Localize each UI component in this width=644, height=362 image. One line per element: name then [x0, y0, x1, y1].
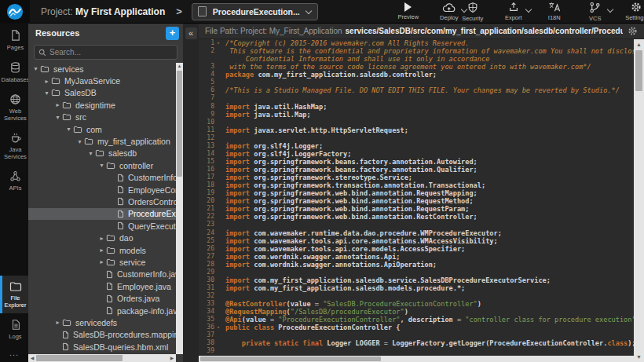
code-line[interactable]: 24import com.wavemaker.runtime.data.dao.… [199, 229, 634, 237]
sidebar-item-apis[interactable]: APIs [0, 165, 28, 196]
code-line[interactable]: 22import org.springframework.web.bind.an… [199, 213, 634, 221]
sidebar-item-java-services[interactable]: Java Services [0, 126, 28, 165]
code-line[interactable]: 11import javax.servlet.http.HttpServletR… [199, 126, 634, 134]
collapsed-arrow-icon[interactable]: ▸ [97, 247, 106, 254]
tree-item-models[interactable]: ▸models [28, 244, 183, 256]
code-line[interactable]: 34@RequestMapping("/SalesDB/procedureExe… [199, 308, 634, 316]
sidebar-item-file-explorer[interactable]: File Explorer [0, 276, 28, 313]
tree-item-salesdb-procedures-mappings-json[interactable]: SalesDB-procedures.mappings.json [28, 329, 183, 341]
deploy-button[interactable]: Deploy [437, 2, 461, 21]
tree-item-service[interactable]: ▸service [28, 256, 183, 268]
i18n-button[interactable]: I18N [543, 2, 566, 21]
code-line[interactable]: 26import com.wavemaker.tools.api.core.mo… [199, 245, 634, 253]
code-line[interactable]: 13import org.slf4j.Logger; [199, 142, 634, 150]
expanded-arrow-icon[interactable]: ▾ [97, 162, 106, 169]
scrollbar-thumb[interactable] [36, 355, 123, 361]
gear-icon[interactable] [628, 26, 638, 36]
sidebar-item-logs[interactable]: Logs [0, 313, 28, 345]
tree-item-controller[interactable]: ▾controller [28, 159, 183, 171]
scrollbar-thumb[interactable] [635, 50, 642, 91]
tree-item-designtime[interactable]: ▸designtime [28, 99, 183, 111]
collapse-panel-button[interactable]: « [185, 27, 197, 39]
fold-arrow-icon[interactable]: ▾ [214, 39, 222, 47]
code-line[interactable]: 12 [199, 134, 634, 142]
code-line[interactable]: 8import java.util.HashMap; [199, 103, 634, 111]
tree-item-src[interactable]: ▾src [28, 112, 183, 123]
tree-item-services[interactable]: ▾services [28, 63, 183, 75]
code-line[interactable]: 30import com.my_first_application.salesd… [199, 276, 634, 284]
scroll-up-icon[interactable]: ▲ [634, 42, 644, 47]
code-line[interactable]: 18import org.springframework.transaction… [199, 181, 634, 189]
sidebar-item-web-services[interactable]: Web Services [0, 88, 28, 126]
code-line[interactable]: 28import com.wordnik.swagger.annotations… [199, 261, 634, 269]
code-line[interactable]: 38 private static final Logger LOGGER = … [199, 339, 634, 347]
tree-item-customerinfocontroller-java[interactable]: CustomerInfoController.java [28, 172, 183, 184]
code-line[interactable]: 10 [199, 119, 634, 126]
expanded-arrow-icon[interactable]: ▾ [75, 138, 84, 145]
code-line[interactable]: 2 This software is the confidential and … [199, 47, 634, 55]
expanded-arrow-icon[interactable]: ▾ [31, 65, 40, 72]
tree-horizontal-scrollbar[interactable]: ◀ ▶ [28, 354, 176, 362]
code-line[interactable]: 29 [199, 269, 634, 276]
tree-item-queryexecutioncontroller-java[interactable]: QueryExecutionController.java [28, 220, 183, 232]
collapsed-arrow-icon[interactable]: ▸ [97, 235, 106, 242]
editor-horizontal-scrollbar[interactable] [199, 356, 634, 362]
tree-item-orders-java[interactable]: Orders.java [28, 292, 183, 304]
tree-item-dao[interactable]: ▸dao [28, 232, 183, 243]
export-button[interactable]: Export [502, 2, 525, 21]
expanded-arrow-icon[interactable]: ▾ [42, 90, 51, 97]
expanded-arrow-icon[interactable]: ▾ [86, 150, 95, 157]
sidebar-item-pages[interactable]: Pages [0, 24, 28, 56]
vcs-button[interactable]: VCS [584, 2, 607, 22]
tree-item-employee-java[interactable]: Employee.java [28, 280, 183, 292]
tree-item-com[interactable]: ▾com [28, 123, 183, 135]
code-line[interactable]: 25import com.wavemaker.tools.api.core.an… [199, 237, 634, 245]
code-line[interactable]: 1▾/*Copyright (c) 2015-2016 wavemaker.co… [199, 39, 634, 47]
code-line[interactable]: 32 [199, 292, 634, 300]
code-line[interactable]: 35@Api(value = "ProcedureExecutionContro… [199, 316, 634, 324]
collapsed-arrow-icon[interactable]: ▸ [53, 101, 62, 108]
tree-item-salesdb[interactable]: ▾SalesDB [28, 87, 183, 99]
tree-item-orderscontroller-java[interactable]: OrdersController.java [28, 196, 183, 207]
code-line[interactable]: 17import org.springframework.stereotype.… [199, 174, 634, 181]
add-resource-button[interactable]: + [166, 27, 179, 40]
code-line[interactable]: 9import java.util.Map; [199, 111, 634, 119]
tree-item-package-info-java[interactable]: package-info.java [28, 305, 183, 316]
resource-search-box[interactable] [34, 45, 177, 60]
tree-item-employeecontroller-java[interactable]: EmployeeController.java [28, 184, 183, 196]
code-line[interactable]: 39 [199, 347, 634, 355]
tree-item-customerinfo-java[interactable]: CustomerInfo.java [28, 269, 183, 280]
code-line[interactable]: 33@RestController(value = "SalesDB.Proce… [199, 300, 634, 308]
open-file-dropdown[interactable]: ProcedureExecution... [192, 3, 318, 20]
code-line[interactable]: 7 [199, 94, 634, 102]
scrollbar-thumb[interactable] [177, 71, 182, 177]
code-line[interactable]: 23 [199, 221, 634, 229]
code-lines[interactable]: 1▾/*Copyright (c) 2015-2016 wavemaker.co… [199, 39, 634, 356]
wavemaker-logo[interactable] [0, 0, 30, 24]
expanded-arrow-icon[interactable]: ▾ [53, 114, 62, 121]
code-line[interactable]: Confidential Information and shall use i… [199, 55, 634, 63]
sidebar-item-databases[interactable]: Databases [0, 56, 28, 88]
tree-item-myjavaservice[interactable]: ▸MyJavaService [28, 75, 183, 86]
editor-vertical-scrollbar[interactable]: ▲ ▼ [634, 39, 644, 362]
tree-item-salesdb[interactable]: ▾salesdb [28, 148, 183, 159]
code-line[interactable]: 16import org.springframework.beans.facto… [199, 166, 634, 174]
scroll-down-icon[interactable]: ▼ [634, 354, 644, 360]
code-line[interactable]: 31import com.my_first_application.salesd… [199, 284, 634, 292]
collapsed-arrow-icon[interactable]: ▸ [97, 258, 106, 265]
expanded-arrow-icon[interactable]: ▾ [64, 126, 73, 133]
tree-item-procedureexecutioncontroller-java[interactable]: ProcedureExecutionController.java [28, 208, 183, 220]
scroll-left-icon[interactable]: ◀ [29, 356, 35, 360]
tree-item-my-first-application[interactable]: ▾my_first_application [28, 135, 183, 147]
code-line[interactable]: 15import org.springframework.beans.facto… [199, 158, 634, 166]
code-line[interactable]: 19import org.springframework.web.bind.an… [199, 189, 634, 197]
code-line[interactable]: 36▾public class ProcedureExecutionContro… [199, 324, 634, 331]
tree-vertical-scrollbar[interactable]: ▲ [176, 63, 183, 354]
settings-button[interactable]: Settings [624, 2, 644, 21]
security-button[interactable]: Security [461, 2, 485, 22]
search-input[interactable] [49, 48, 173, 57]
code-line[interactable]: 3 with the terms of the source code lice… [199, 63, 634, 71]
code-line[interactable]: 20import org.springframework.web.bind.an… [199, 197, 634, 205]
fold-arrow-icon[interactable]: ▾ [214, 324, 222, 331]
scroll-up-icon[interactable]: ▲ [176, 64, 183, 68]
